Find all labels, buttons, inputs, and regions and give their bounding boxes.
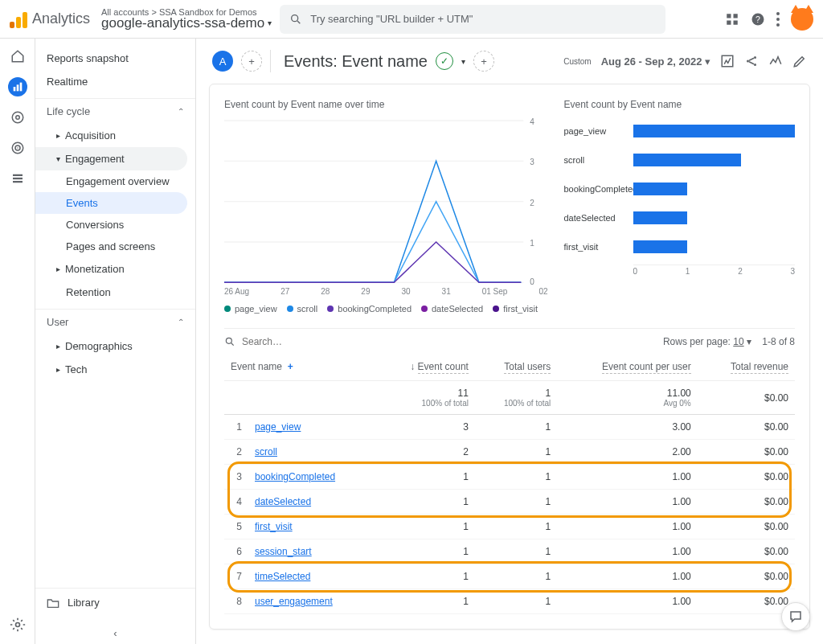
table-row[interactable]: 4dateSelected111.00$0.00 [224,490,795,515]
sidebar-reports-snapshot[interactable]: Reports snapshot [35,47,195,70]
event-link[interactable]: session_start [255,546,312,557]
table-row[interactable]: 5first_visit111.00$0.00 [224,515,795,539]
svg-point-15 [15,116,19,120]
sidebar-acquisition[interactable]: ▸Acquisition [35,124,195,147]
search-box[interactable]: Try searching "URL builder + UTM" [280,5,665,34]
col-event-count[interactable]: ↓ Event count [377,353,475,381]
svg-rect-2 [727,14,731,18]
apps-icon[interactable] [725,12,739,27]
event-link[interactable]: timeSelected [255,571,310,582]
col-total-users[interactable]: Total users [475,353,557,381]
explore-icon[interactable] [8,108,27,127]
sort-down-icon: ↓ [410,361,415,372]
table-row[interactable]: 7timeSelected111.00$0.00 [224,564,795,589]
add-dimension-icon[interactable]: + [288,361,293,372]
customize-icon[interactable] [720,54,735,68]
avatar[interactable] [791,8,813,31]
ga-logo[interactable]: Analytics [10,10,90,28]
configure-icon[interactable] [8,169,27,188]
caret-right-icon: ▸ [56,265,60,273]
svg-point-14 [12,112,23,123]
sidebar-life-cycle[interactable]: Life cycle⌃ [35,98,195,124]
account-picker[interactable]: All accounts > SSA Sandbox for Demos goo… [101,7,272,31]
bar-label: page_view [564,126,633,136]
table-search[interactable] [224,335,663,348]
legend-item[interactable]: bookingCompleted [327,304,412,314]
sidebar-user[interactable]: User⌃ [35,309,195,334]
share-icon[interactable] [744,54,759,68]
help-icon[interactable]: ? [751,12,765,27]
table-search-input[interactable] [240,335,364,348]
reports-icon[interactable] [8,77,27,96]
sidebar-pages-screens[interactable]: Pages and screens [35,236,195,257]
report-main: A + Events: Event name ✓ ▾ + Custom Aug … [196,39,823,644]
insights-icon[interactable] [768,54,783,68]
bar-row[interactable]: bookingCompleted [564,174,796,203]
sidebar-engagement-overview[interactable]: Engagement overview [35,170,195,192]
bar-row[interactable]: page_view [564,117,796,146]
property-selector[interactable]: google-analytics-ssa-demo▾ [101,15,272,31]
feedback-button[interactable] [781,602,810,631]
svg-point-25 [754,56,756,59]
bar-label: scroll [564,155,633,165]
svg-line-38 [231,343,234,346]
svg-rect-21 [13,181,23,183]
bar-row[interactable]: first_visit [564,232,796,261]
svg-text:1: 1 [530,239,534,248]
col-count-per-user[interactable]: Event count per user [557,353,697,381]
svg-rect-20 [13,178,23,179]
chevron-down-icon[interactable]: ▾ [461,57,465,66]
legend-item[interactable]: first_visit [493,304,538,314]
svg-text:0: 0 [530,277,534,286]
event-link[interactable]: first_visit [255,521,293,532]
date-range-picker[interactable]: Aug 26 - Sep 2, 2022 ▾ [601,55,710,68]
event-link[interactable]: scroll [255,446,277,457]
bar-row[interactable]: dateSelected [564,203,796,232]
bar-chart: Event count by Event name page_viewscrol… [564,99,796,314]
svg-rect-12 [16,84,18,91]
sidebar-demographics[interactable]: ▸Demographics [35,334,195,358]
sidebar-retention[interactable]: Retention [35,281,195,304]
more-icon[interactable] [776,12,780,27]
nav-rail [0,39,35,644]
legend-item[interactable]: page_view [224,304,277,314]
table-row[interactable]: 1page_view313.00$0.00 [224,415,795,440]
segment-chip-all[interactable]: A [212,51,233,72]
add-filter-button[interactable]: + [473,51,494,72]
settings-icon[interactable] [8,615,27,634]
sidebar-tech[interactable]: ▸Tech [35,358,195,381]
table-row[interactable]: 2scroll212.00$0.00 [224,440,795,465]
search-icon [289,13,302,26]
event-link[interactable]: page_view [255,421,301,433]
col-event-name[interactable]: Event name + [224,353,377,381]
verified-icon[interactable]: ✓ [436,52,453,70]
bar-row[interactable]: scroll [564,146,796,174]
sidebar-monetization[interactable]: ▸Monetization [35,257,195,281]
sidebar-engagement[interactable]: ▾Engagement [35,147,187,170]
legend-item[interactable]: scroll [287,304,318,314]
sidebar-library[interactable]: Library [35,588,195,617]
event-link[interactable]: dateSelected [255,496,311,507]
svg-rect-3 [734,14,738,18]
sidebar-realtime[interactable]: Realtime [35,70,195,93]
table-row[interactable]: 8user_engagement111.00$0.00 [224,589,795,614]
collapse-panel-icon[interactable]: ‹ [35,627,195,639]
advertising-icon[interactable] [8,138,27,158]
event-link[interactable]: bookingCompleted [255,471,335,482]
col-total-revenue[interactable]: Total revenue [698,353,795,381]
home-icon[interactable] [8,47,27,66]
add-comparison-button[interactable]: + [241,51,262,72]
table-row[interactable]: 3bookingCompleted111.00$0.00 [224,465,795,490]
legend-item[interactable]: dateSelected [421,304,483,314]
caret-right-icon: ▸ [56,365,60,374]
sidebar-events[interactable]: Events [35,192,187,214]
analytics-icon [10,10,27,28]
chat-icon [788,609,803,624]
table-row[interactable]: 6session_start111.00$0.00 [224,539,795,564]
edit-icon[interactable] [792,54,807,68]
svg-rect-13 [19,83,22,92]
svg-point-8 [776,12,780,15]
rows-per-page[interactable]: Rows per page: 10 ▾ 1-8 of 8 [663,336,795,347]
sidebar-conversions[interactable]: Conversions [35,214,195,236]
event-link[interactable]: user_engagement [255,596,333,607]
